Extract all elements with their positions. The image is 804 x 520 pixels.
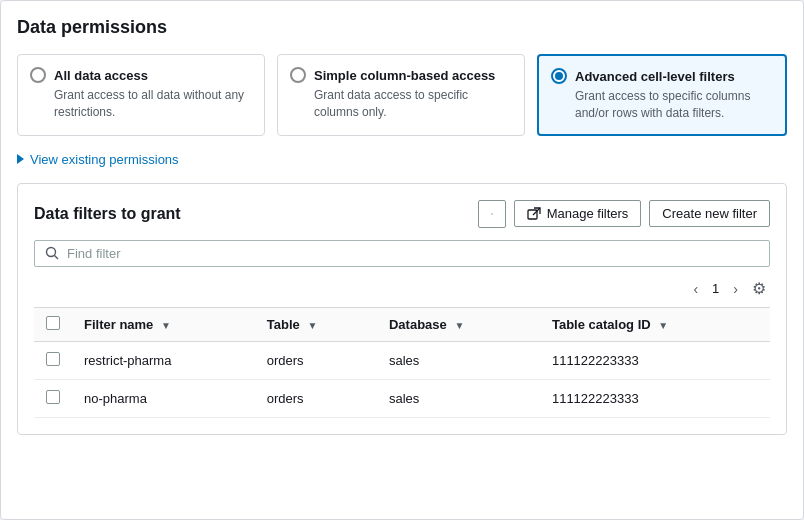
radio-label-advanced-cell: Advanced cell-level filters (575, 69, 735, 84)
settings-icon[interactable]: ⚙ (752, 279, 766, 298)
svg-line-3 (55, 256, 59, 260)
refresh-icon (491, 206, 493, 222)
chevron-right-icon (17, 154, 24, 164)
table-row: no-pharma orders sales 111122223333 (34, 379, 770, 417)
radio-circle-all-data (30, 67, 46, 83)
row-catalog-id: 111122223333 (540, 341, 770, 379)
filters-table: Filter name ▼ Table ▼ Database ▼ Table (34, 307, 770, 418)
manage-filters-label: Manage filters (547, 206, 629, 221)
filters-actions: Manage filters Create new filter (478, 200, 770, 228)
create-new-filter-button[interactable]: Create new filter (649, 200, 770, 227)
header-checkbox[interactable] (46, 316, 60, 330)
radio-desc-simple-column: Grant data access to specific columns on… (314, 87, 512, 121)
radio-label-all-data: All data access (54, 68, 148, 83)
table-row: restrict-pharma orders sales 11112222333… (34, 341, 770, 379)
sort-icon-catalog-id[interactable]: ▼ (658, 320, 668, 331)
table-label: Table (267, 317, 300, 332)
page-container: Data permissions All data access Grant a… (0, 0, 804, 520)
view-permissions-toggle[interactable]: View existing permissions (17, 152, 787, 167)
radio-label-simple-column: Simple column-based access (314, 68, 495, 83)
row-database: sales (377, 341, 540, 379)
row-database: sales (377, 379, 540, 417)
header-catalog-id: Table catalog ID ▼ (540, 307, 770, 341)
row-filter-name: no-pharma (72, 379, 255, 417)
header-database: Database ▼ (377, 307, 540, 341)
row-checkbox[interactable] (46, 352, 60, 366)
page-number: 1 (712, 281, 719, 296)
row-filter-name: restrict-pharma (72, 341, 255, 379)
svg-point-2 (47, 248, 56, 257)
header-checkbox-col (34, 307, 72, 341)
header-table: Table ▼ (255, 307, 377, 341)
search-input[interactable] (67, 246, 759, 261)
row-checkbox-cell (34, 341, 72, 379)
sort-icon-filter-name[interactable]: ▼ (161, 320, 171, 331)
search-bar (34, 240, 770, 267)
radio-circle-simple-column (290, 67, 306, 83)
radio-card-advanced-cell[interactable]: Advanced cell-level filters Grant access… (537, 54, 787, 136)
radio-header-advanced-cell: Advanced cell-level filters (551, 68, 773, 84)
pagination-row: ‹ 1 › ⚙ (34, 279, 770, 299)
table-body: restrict-pharma orders sales 11112222333… (34, 341, 770, 417)
filters-title: Data filters to grant (34, 205, 181, 223)
radio-header-all-data: All data access (30, 67, 252, 83)
catalog-id-label: Table catalog ID (552, 317, 651, 332)
radio-circle-advanced-cell (551, 68, 567, 84)
row-table: orders (255, 341, 377, 379)
sort-icon-table[interactable]: ▼ (307, 320, 317, 331)
row-table: orders (255, 379, 377, 417)
next-page-button[interactable]: › (727, 279, 744, 299)
prev-page-button[interactable]: ‹ (687, 279, 704, 299)
database-label: Database (389, 317, 447, 332)
create-filter-label: Create new filter (662, 206, 757, 221)
row-catalog-id: 111122223333 (540, 379, 770, 417)
radio-header-simple-column: Simple column-based access (290, 67, 512, 83)
data-filters-section: Data filters to grant Manage filters (17, 183, 787, 435)
refresh-button[interactable] (478, 200, 506, 228)
radio-desc-all-data: Grant access to all data without any res… (54, 87, 252, 121)
radio-options: All data access Grant access to all data… (17, 54, 787, 136)
filter-name-label: Filter name (84, 317, 153, 332)
filters-header: Data filters to grant Manage filters (34, 200, 770, 228)
header-filter-name: Filter name ▼ (72, 307, 255, 341)
table-wrapper: Filter name ▼ Table ▼ Database ▼ Table (34, 307, 770, 418)
row-checkbox-cell (34, 379, 72, 417)
svg-rect-0 (528, 210, 537, 219)
page-title: Data permissions (17, 17, 787, 38)
view-permissions-label: View existing permissions (30, 152, 179, 167)
table-header-row: Filter name ▼ Table ▼ Database ▼ Table (34, 307, 770, 341)
radio-card-simple-column[interactable]: Simple column-based access Grant data ac… (277, 54, 525, 136)
sort-icon-database[interactable]: ▼ (454, 320, 464, 331)
external-link-icon (527, 207, 541, 221)
radio-card-all-data[interactable]: All data access Grant access to all data… (17, 54, 265, 136)
search-icon (45, 246, 59, 260)
row-checkbox[interactable] (46, 390, 60, 404)
radio-desc-advanced-cell: Grant access to specific columns and/or … (575, 88, 773, 122)
manage-filters-button[interactable]: Manage filters (514, 200, 642, 227)
